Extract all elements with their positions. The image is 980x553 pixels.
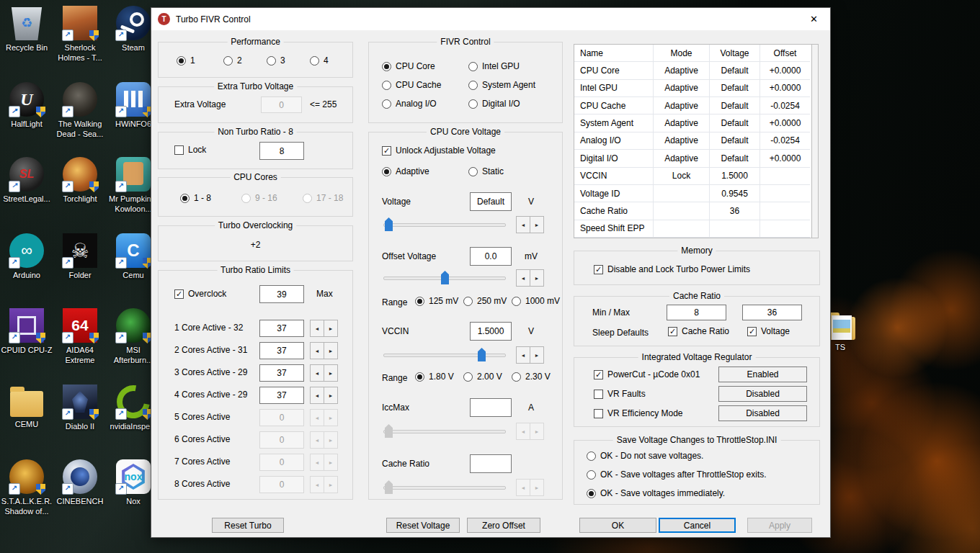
range-180v-radio[interactable]: 1.80 V [415, 372, 454, 382]
cores-9-16-radio[interactable]: 9 - 16 [241, 194, 277, 203]
checkbox-icon[interactable]: ✓ [174, 289, 184, 299]
vr-faults-checkbox[interactable]: VR Faults [594, 390, 646, 399]
radio-icon[interactable] [512, 372, 521, 382]
desktop-icon-cpuz[interactable]: ↗ CPUID CPU-Z [1, 308, 53, 355]
radio-icon[interactable] [177, 56, 186, 66]
desktop-icon-arduino[interactable]: ∞↗ Arduino [1, 233, 53, 280]
desktop-icon-folder-punisher[interactable]: ☠↗ Folder [54, 233, 106, 280]
cores-1-8-radio[interactable]: 1 - 8 [180, 194, 211, 203]
spin-left-button[interactable]: ◄ [310, 387, 324, 404]
spin-right-button[interactable]: ► [530, 269, 544, 287]
fivr-cpu-cache-radio[interactable]: CPU Cache [382, 81, 441, 90]
vr-faults-status[interactable]: Disabled [718, 386, 807, 402]
table-scrollbar[interactable] [812, 44, 819, 238]
fivr-cpu-core-radio[interactable]: CPU Core [382, 62, 435, 71]
radio-icon[interactable] [382, 99, 391, 109]
fivr-system-agent-radio[interactable]: System Agent [468, 81, 535, 90]
spin-left-button[interactable]: ◄ [310, 364, 324, 382]
desktop-icon-sherlock[interactable]: ↗ Sherlock Holmes - T... [54, 6, 106, 63]
spin-right-button[interactable]: ► [530, 423, 544, 440]
performance-radio-2[interactable]: 2 [223, 56, 242, 66]
sleep-voltage-checkbox[interactable]: ✓Voltage [747, 327, 790, 336]
spin-right-button[interactable]: ► [324, 409, 338, 426]
core-row-input[interactable]: 37 [259, 320, 304, 337]
range-125mv-radio[interactable]: 125 mV [415, 297, 458, 306]
slider-track[interactable] [383, 430, 506, 433]
radio-icon[interactable] [587, 470, 596, 480]
radio-icon[interactable] [415, 372, 424, 382]
spin-left-button[interactable]: ◄ [310, 409, 324, 426]
reset-turbo-button[interactable]: Reset Turbo [212, 518, 284, 533]
desktop-icon-aida64[interactable]: 64↗ AIDA64 Extreme [54, 308, 106, 366]
unlock-adjustable-voltage-checkbox[interactable]: ✓Unlock Adjustable Voltage [382, 146, 496, 156]
spin-left-button[interactable]: ◄ [516, 479, 530, 496]
spin-left-button[interactable]: ◄ [516, 423, 530, 440]
checkbox-icon[interactable]: ✓ [747, 327, 757, 336]
slider-thumb[interactable] [385, 480, 393, 494]
desktop-icon-streetlegal[interactable]: SL↗ StreetLegal... [1, 157, 53, 204]
radio-icon[interactable] [303, 194, 312, 203]
radio-icon[interactable] [310, 56, 319, 66]
radio-icon[interactable] [468, 81, 478, 90]
radio-icon[interactable] [463, 372, 473, 382]
core-row-input[interactable]: 0 [259, 476, 304, 493]
disable-lock-turbo-power-limits-checkbox[interactable]: ✓Disable and Lock Turbo Power Limits [594, 265, 750, 274]
voltage-slider[interactable] [383, 217, 506, 233]
radio-icon[interactable] [512, 297, 521, 306]
radio-icon[interactable] [223, 56, 233, 66]
range-250mv-radio[interactable]: 250 mV [463, 297, 507, 306]
performance-radio-4[interactable]: 4 [310, 56, 329, 66]
cache-ratio-slider[interactable] [383, 480, 506, 495]
static-radio[interactable]: Static [468, 167, 504, 176]
core-row-input[interactable]: 37 [259, 364, 304, 382]
performance-radio-3[interactable]: 3 [267, 56, 285, 66]
slider-thumb[interactable] [478, 348, 486, 361]
slider-track[interactable] [383, 486, 506, 490]
desktop-icon-recycle-bin[interactable]: ♻ Recycle Bin [1, 6, 53, 53]
radio-icon[interactable] [587, 451, 596, 461]
range-1000mv-radio[interactable]: 1000 mV [512, 297, 560, 306]
save-immediately-radio[interactable]: OK - Save voltages immediately. [587, 489, 725, 498]
apply-button[interactable]: Apply [747, 518, 812, 533]
radio-icon[interactable] [463, 297, 473, 306]
fivr-digital-io-radio[interactable]: Digital I/O [468, 99, 520, 109]
vr-efficiency-status[interactable]: Disabled [718, 405, 807, 421]
iccmax-slider[interactable] [383, 423, 506, 439]
close-button[interactable]: ✕ [798, 8, 830, 30]
slider-thumb[interactable] [385, 424, 393, 438]
iccmax-value-box[interactable] [470, 398, 512, 417]
radio-icon[interactable] [468, 99, 478, 109]
spin-right-button[interactable]: ► [324, 364, 338, 382]
spin-right-button[interactable]: ► [324, 431, 338, 449]
save-none-radio[interactable]: OK - Do not save voltages. [587, 451, 703, 461]
spin-right-button[interactable]: ► [324, 454, 338, 471]
desktop-icon-torchlight[interactable]: ↗ Torchlight [54, 157, 106, 204]
spin-right-button[interactable]: ► [324, 342, 338, 359]
offset-voltage-box[interactable]: 0.0 [470, 247, 512, 266]
radio-icon[interactable] [382, 81, 391, 90]
spin-right-button[interactable]: ► [530, 479, 544, 496]
overclock-checkbox[interactable]: ✓Overclock [174, 289, 226, 299]
radio-icon[interactable] [267, 56, 276, 66]
spin-left-button[interactable]: ◄ [310, 476, 324, 493]
desktop-icon-cemu-folder[interactable]: CEMU [1, 385, 53, 429]
desktop-icon-cinebench[interactable]: ↗ CINEBENCH [54, 459, 106, 506]
performance-radio-1[interactable]: 1 [177, 56, 195, 66]
cancel-button[interactable]: Cancel [659, 518, 736, 533]
checkbox-icon[interactable] [174, 145, 184, 155]
radio-icon[interactable] [180, 194, 190, 203]
spin-right-button[interactable]: ► [324, 320, 338, 337]
lock-checkbox[interactable]: Lock [174, 145, 206, 155]
spin-left-button[interactable]: ◄ [310, 431, 324, 449]
spin-right-button[interactable]: ► [530, 346, 544, 364]
range-200v-radio[interactable]: 2.00 V [463, 372, 502, 382]
spin-left-button[interactable]: ◄ [516, 269, 530, 287]
checkbox-icon[interactable]: ✓ [668, 327, 677, 336]
adaptive-radio[interactable]: Adaptive [382, 167, 429, 176]
radio-icon[interactable] [382, 167, 391, 176]
spin-right-button[interactable]: ► [324, 387, 338, 404]
spin-left-button[interactable]: ◄ [310, 454, 324, 471]
cache-ratio-max-input[interactable]: 36 [742, 305, 802, 320]
checkbox-icon[interactable]: ✓ [594, 265, 603, 274]
slider-thumb[interactable] [385, 217, 393, 231]
